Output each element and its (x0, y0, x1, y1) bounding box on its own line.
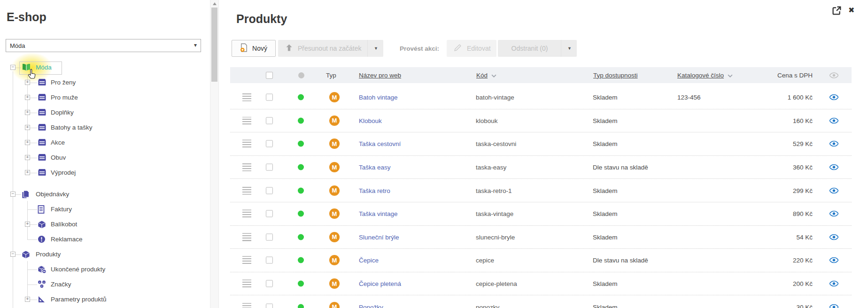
row-checkbox[interactable] (266, 280, 273, 287)
row-checkbox[interactable] (266, 94, 273, 101)
preview-eye-button[interactable] (829, 211, 838, 217)
row-checkbox[interactable] (266, 140, 273, 147)
product-name-link[interactable]: Taška easy (359, 164, 391, 171)
product-name-link[interactable]: Taška retro (359, 187, 390, 194)
product-name-link[interactable]: Taška vintage (359, 210, 398, 217)
type-badge: M (329, 185, 340, 196)
move-to-top-button[interactable]: Přesunout na začátek ▼ (278, 40, 383, 57)
tree-toggle-expand[interactable]: + (25, 155, 30, 160)
column-availability-sort[interactable]: Typ dostupnosti (593, 67, 638, 83)
tree-item-faktury[interactable]: Faktury (51, 206, 72, 213)
tree-item-pro-muze[interactable]: Pro muže (51, 94, 78, 101)
status-dot (298, 211, 304, 217)
product-name-link[interactable]: Klobouk (359, 117, 382, 124)
preview-eye-button[interactable] (829, 304, 838, 308)
tree-item-reklamace[interactable]: Reklamace (51, 236, 83, 243)
new-product-button[interactable]: Nový (232, 40, 276, 57)
row-checkbox[interactable] (266, 233, 273, 240)
preview-eye-button[interactable] (829, 164, 838, 170)
tree-item-znacky[interactable]: Značky (51, 281, 71, 288)
row-checkbox[interactable] (266, 257, 273, 264)
chevron-down-icon[interactable]: ▼ (567, 46, 572, 51)
product-name-link[interactable]: Ponožky (359, 303, 383, 308)
column-name-sort[interactable]: Název pro web (359, 67, 401, 83)
row-checkbox[interactable] (266, 303, 273, 308)
drag-handle-icon[interactable] (242, 303, 251, 308)
tree-toggle-expand[interactable]: + (25, 140, 30, 145)
row-checkbox[interactable] (266, 187, 273, 194)
perform-action-label: Provést akci: (400, 40, 439, 57)
drag-handle-icon[interactable] (242, 256, 251, 264)
tree-item-pro-zeny[interactable]: Pro ženy (51, 79, 76, 86)
drag-handle-icon[interactable] (242, 116, 251, 124)
preview-eye-button[interactable] (829, 141, 838, 147)
preview-eye-button[interactable] (829, 117, 838, 123)
tree-item-doplnky[interactable]: Doplňky (51, 109, 74, 116)
product-price: 360 Kč (747, 164, 813, 171)
preview-eye-button[interactable] (829, 281, 838, 287)
type-badge: M (329, 139, 340, 149)
visibility-column-eye-icon (829, 67, 838, 83)
row-checkbox[interactable] (266, 117, 273, 124)
select-all-checkbox[interactable] (266, 67, 273, 83)
column-catalog-sort[interactable]: Katalogové číslo (677, 67, 733, 83)
chevron-down-icon[interactable]: ▼ (374, 46, 378, 51)
tree-toggle-collapse[interactable]: − (10, 65, 16, 70)
product-availability: Skladem (593, 117, 618, 124)
status-dot (298, 117, 304, 123)
product-availability: Dle stavu na skladě (593, 257, 648, 264)
preview-eye-button[interactable] (829, 257, 838, 263)
code-sort-chevron-icon[interactable] (491, 72, 496, 79)
tree-toggle-expand[interactable]: + (25, 125, 30, 130)
tree-item-vyprodej[interactable]: Výprodej (51, 169, 76, 176)
drag-handle-icon[interactable] (242, 210, 251, 218)
tags-icon: xyz (38, 280, 47, 289)
column-code-sort[interactable]: Kód (476, 67, 496, 83)
tree-item-ukoncene-produkty[interactable]: Ukončené produkty (51, 266, 105, 273)
product-name-link[interactable]: Taška cestovní (359, 140, 401, 147)
close-icon[interactable]: ✖ (848, 6, 854, 15)
product-price: 220 Kč (747, 257, 813, 264)
status-dot (298, 281, 304, 287)
arrow-up-icon (286, 44, 292, 53)
table-row: MBatoh vintagebatoh-vintageSkladem123-45… (230, 86, 852, 109)
preview-eye-button[interactable] (829, 94, 838, 100)
tree-item-batohy-a-tasky[interactable]: Batohy a tašky (51, 124, 93, 131)
tree-item-akce[interactable]: Akce (51, 139, 65, 146)
open-in-new-icon[interactable] (832, 6, 841, 17)
tree-toggle-expand[interactable]: + (25, 170, 30, 175)
tree-item-balikobot[interactable]: Balíkobot (51, 221, 77, 228)
tree-item-produkty[interactable]: Produkty (36, 251, 61, 258)
row-checkbox[interactable] (266, 164, 273, 171)
tree-toggle-expand[interactable]: + (25, 110, 30, 115)
tree-toggle-expand[interactable]: + (25, 222, 30, 227)
tree-item-moda[interactable]: Móda (36, 64, 52, 71)
sidebar-scrollbar[interactable] (210, 0, 219, 308)
catalog-sort-chevron-icon[interactable] (728, 72, 733, 79)
tree-toggle-expand[interactable]: + (25, 95, 30, 100)
tree-toggle-collapse[interactable]: − (10, 252, 16, 257)
drag-handle-icon[interactable] (242, 280, 251, 288)
drag-handle-icon[interactable] (242, 186, 251, 194)
row-checkbox[interactable] (266, 210, 273, 217)
preview-eye-button[interactable] (829, 234, 838, 240)
checkbox[interactable] (266, 72, 273, 79)
tree-item-parametry-produktu[interactable]: Parametry produktů (51, 296, 107, 303)
preview-eye-button[interactable] (829, 187, 838, 193)
product-name-link[interactable]: Čepice (359, 257, 379, 264)
delete-button[interactable]: Odstranit (0) ▼ (498, 40, 577, 57)
product-name-link[interactable]: Batoh vintage (359, 94, 398, 101)
drag-handle-icon[interactable] (242, 140, 251, 148)
scrollbar-thumb[interactable] (211, 8, 217, 82)
tree-item-obuv[interactable]: Obuv (51, 154, 66, 161)
drag-handle-icon[interactable] (242, 233, 251, 241)
tree-toggle-expand[interactable]: + (25, 297, 30, 302)
tree-toggle-collapse[interactable]: − (10, 192, 16, 197)
tree-item-objednavky[interactable]: Objednávky (36, 191, 69, 198)
product-name-link[interactable]: Sluneční brýle (359, 233, 399, 240)
drag-handle-icon[interactable] (242, 163, 251, 171)
scroll-up-icon[interactable] (213, 2, 217, 5)
product-name-link[interactable]: Čepice pletená (359, 280, 401, 287)
drag-handle-icon[interactable] (242, 93, 251, 101)
edit-button[interactable]: Editovat (447, 40, 496, 57)
